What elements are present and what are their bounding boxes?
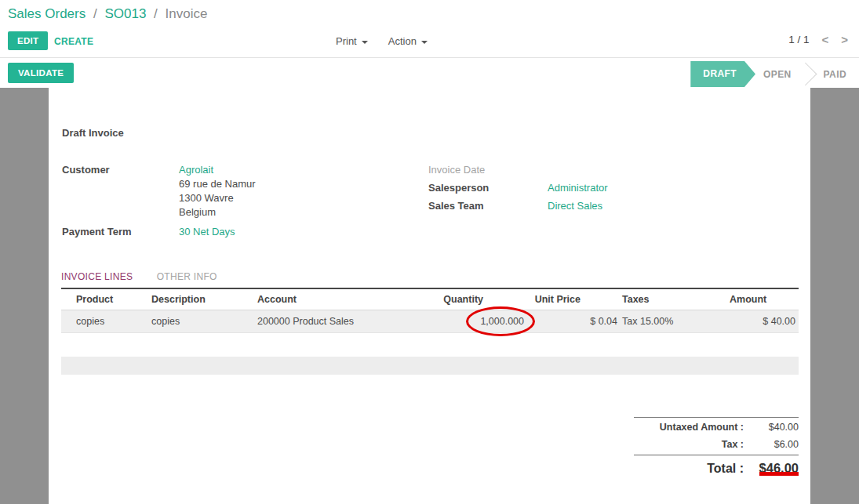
invoice-date-label: Invoice Date bbox=[428, 164, 485, 176]
payment-term-link[interactable]: 30 Net Days bbox=[179, 226, 235, 237]
customer-address-line: Belgium bbox=[179, 206, 216, 218]
cell-unit-price: $ 0.04 bbox=[526, 316, 620, 327]
pager-count: 1 / 1 bbox=[788, 34, 809, 45]
col-account: Account bbox=[255, 294, 439, 305]
col-quantity: Quantity bbox=[439, 294, 526, 305]
pager: 1 / 1 < > bbox=[788, 33, 848, 46]
breadcrumb-invoice: Invoice bbox=[166, 6, 208, 21]
tab-other-info[interactable]: OTHER INFO bbox=[157, 271, 217, 288]
tax-label: Tax : bbox=[634, 439, 744, 450]
table-header-row: Product Description Account Quantity Uni… bbox=[61, 288, 799, 310]
customer-address-line: 1300 Wavre bbox=[179, 192, 234, 204]
toolbar-menus: Print Action bbox=[336, 35, 428, 47]
col-unit-price: Unit Price bbox=[526, 294, 620, 305]
breadcrumb-separator: / bbox=[89, 6, 101, 21]
action-dropdown-label: Action bbox=[388, 35, 417, 47]
pager-next-icon[interactable]: > bbox=[841, 33, 848, 46]
print-dropdown-label: Print bbox=[336, 35, 357, 47]
empty-section-bar bbox=[61, 357, 799, 375]
customer-label: Customer bbox=[62, 164, 110, 176]
totals-block: Untaxed Amount : $40.00 Tax : $6.00 Tota… bbox=[634, 417, 799, 478]
pager-prev-icon[interactable]: < bbox=[821, 33, 828, 46]
tax-value: $6.00 bbox=[744, 439, 799, 450]
cell-account: 200000 Product Sales bbox=[255, 316, 439, 327]
untaxed-amount-value: $40.00 bbox=[744, 422, 799, 433]
payment-term-label: Payment Term bbox=[62, 226, 132, 237]
sales-team-link[interactable]: Direct Sales bbox=[548, 200, 602, 212]
statusbar: DRAFT OPEN PAID bbox=[690, 61, 854, 87]
caret-down-icon bbox=[362, 41, 368, 44]
table-row[interactable]: copies copies 200000 Product Sales 1,000… bbox=[61, 310, 799, 333]
untaxed-amount-label: Untaxed Amount : bbox=[634, 422, 744, 433]
cell-amount: $ 40.00 bbox=[730, 316, 799, 327]
print-dropdown[interactable]: Print bbox=[336, 35, 368, 47]
col-taxes: Taxes bbox=[620, 294, 730, 305]
col-amount: Amount bbox=[730, 294, 799, 305]
total-row: Total : $46.00 bbox=[634, 455, 799, 478]
breadcrumb: Sales Orders / SO013 / Invoice bbox=[8, 6, 207, 22]
chevron-right-icon bbox=[793, 63, 817, 86]
total-value: $46.00 bbox=[744, 461, 799, 476]
validate-button[interactable]: VALIDATE bbox=[8, 63, 74, 83]
salesperson-link[interactable]: Administrator bbox=[548, 182, 608, 194]
invoice-state-title: Draft Invoice bbox=[62, 127, 124, 139]
untaxed-amount-row: Untaxed Amount : $40.00 bbox=[634, 418, 799, 435]
status-step-draft[interactable]: DRAFT bbox=[690, 61, 755, 87]
status-step-paid[interactable]: PAID bbox=[824, 69, 846, 80]
notebook-tabs: INVOICE LINES OTHER INFO bbox=[61, 269, 799, 288]
customer-link[interactable]: Agrolait bbox=[179, 164, 213, 176]
tab-invoice-lines[interactable]: INVOICE LINES bbox=[61, 271, 133, 288]
customer-address-line: 69 rue de Namur bbox=[179, 178, 256, 190]
total-label: Total : bbox=[634, 462, 744, 476]
edit-button[interactable]: EDIT bbox=[8, 31, 48, 50]
cell-quantity: 1,000.000 bbox=[439, 316, 526, 327]
caret-down-icon bbox=[421, 41, 428, 44]
breadcrumb-so013[interactable]: SO013 bbox=[104, 6, 146, 21]
sales-team-label: Sales Team bbox=[428, 200, 484, 212]
breadcrumb-sales-orders[interactable]: Sales Orders bbox=[8, 6, 86, 21]
action-dropdown[interactable]: Action bbox=[388, 35, 428, 47]
col-description: Description bbox=[149, 294, 255, 305]
invoice-lines-table: Product Description Account Quantity Uni… bbox=[61, 288, 799, 333]
cell-description: copies bbox=[149, 316, 255, 327]
cell-product: copies bbox=[61, 316, 149, 327]
invoice-sheet: Draft Invoice Customer Agrolait 69 rue d… bbox=[49, 88, 810, 504]
header-divider bbox=[0, 57, 859, 58]
create-button[interactable]: CREATE bbox=[54, 36, 93, 47]
col-product: Product bbox=[61, 294, 149, 305]
salesperson-label: Salesperson bbox=[428, 182, 489, 194]
form-canvas: Draft Invoice Customer Agrolait 69 rue d… bbox=[0, 88, 859, 504]
breadcrumb-separator: / bbox=[150, 6, 162, 21]
status-step-open[interactable]: OPEN bbox=[763, 69, 792, 80]
cell-taxes: Tax 15.00% bbox=[620, 316, 730, 327]
tax-row: Tax : $6.00 bbox=[634, 435, 799, 452]
